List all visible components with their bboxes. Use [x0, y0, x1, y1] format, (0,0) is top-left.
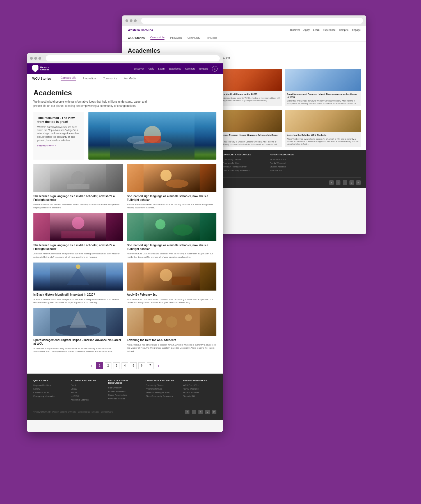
- nav-compete-back[interactable]: Comprte: [339, 29, 349, 31]
- article-card-8[interactable]: Lowering the Debt for WCU Students Alexa…: [127, 308, 216, 353]
- nav-discover-back[interactable]: Discover: [290, 29, 300, 31]
- nav-learn-back[interactable]: Learn: [313, 29, 319, 31]
- prev-page-button[interactable]: ‹: [88, 362, 95, 369]
- footer-emergency[interactable]: Emergency Information: [33, 395, 67, 397]
- footer-email[interactable]: Email: [71, 384, 104, 386]
- page-3-button[interactable]: 3: [113, 362, 120, 369]
- footer-bottom-front: © Copyright 2019 by Western Carolina Uni…: [33, 407, 216, 414]
- footer-student-accts[interactable]: Student Accounts: [183, 391, 216, 394]
- brand-front: WCU Stories: [32, 77, 51, 80]
- footer-maps[interactable]: Maps and facilities: [33, 384, 67, 386]
- site-nav-front: Western Carolina Discover Apply Learn Ex…: [27, 63, 223, 74]
- card-image-6: [285, 110, 361, 132]
- nav-compete-front[interactable]: Compete: [185, 67, 195, 70]
- article-card-1[interactable]: She learned sign language as a middle sc…: [33, 164, 123, 209]
- article-card-2[interactable]: She learned sign language as a middle sc…: [127, 164, 216, 209]
- facebook-icon-front[interactable]: f: [185, 410, 189, 414]
- footer-parent-tips[interactable]: WCU Parent Tips: [183, 384, 216, 386]
- page-4-button[interactable]: 4: [122, 362, 128, 369]
- footer-link-16[interactable]: Financial Aid: [270, 169, 313, 172]
- twitter-icon[interactable]: t: [343, 180, 347, 185]
- footer-link-15[interactable]: Student Accounts: [270, 165, 313, 168]
- footer-financial-aid[interactable]: Financial Aid: [183, 395, 216, 397]
- footer-community-classes[interactable]: Community Classes: [146, 384, 179, 386]
- twitter-icon-front[interactable]: t: [198, 410, 203, 414]
- footer-link-10[interactable]: Programs for Kids: [223, 162, 266, 164]
- footer-banner[interactable]: Banner: [71, 391, 104, 394]
- footer-academic-cal[interactable]: Academic Calendar: [71, 399, 104, 401]
- search-icon: ⌕: [214, 67, 216, 70]
- footer-col-student-front: Student Resources Email Library Banner m…: [71, 379, 104, 402]
- footer-link-13[interactable]: WCU Parent Tips: [270, 158, 313, 161]
- expand-dot: [134, 19, 137, 22]
- footer-link-9[interactable]: Community Classes: [223, 158, 266, 161]
- footer-mtn-heritage[interactable]: Mountain Heritage Center: [146, 391, 179, 394]
- linkedin-icon[interactable]: in: [356, 180, 361, 185]
- article-card-4[interactable]: She learned sign language as a middle sc…: [127, 213, 216, 258]
- footer-link-14[interactable]: Family Weekend: [270, 162, 313, 164]
- featured-link[interactable]: FIND OUT WHY ›: [37, 144, 80, 147]
- nav-apply-back[interactable]: Apply: [303, 29, 310, 31]
- tab-innovation-back[interactable]: Innovation: [170, 36, 182, 39]
- tab-campus-life-back[interactable]: Campus Life: [150, 36, 165, 40]
- logo-shield-front: [32, 65, 38, 72]
- instagram-icon-front[interactable]: i: [192, 410, 196, 414]
- youtube-icon-front[interactable]: y: [205, 410, 210, 414]
- youtube-icon[interactable]: y: [349, 180, 354, 185]
- footer-mywcu[interactable]: myWCU: [71, 395, 104, 397]
- tab-for-media-front[interactable]: For Media: [124, 77, 136, 80]
- svg-point-9: [161, 170, 172, 181]
- back-card-3[interactable]: Sport Management Program Helped Jimerson…: [285, 69, 361, 106]
- search-button-front[interactable]: ⌕: [212, 66, 218, 72]
- facebook-icon[interactable]: f: [329, 180, 334, 185]
- footer-univ-pol[interactable]: University Policies: [108, 397, 141, 400]
- tab-campus-life-front[interactable]: Campus Life: [61, 76, 76, 80]
- footer-link-11[interactable]: Mountain Heritage Center: [223, 165, 266, 168]
- footer-family-wknd[interactable]: Family Weekend: [183, 388, 216, 390]
- footer-other-community[interactable]: Other Community Resources: [146, 395, 179, 397]
- tab-for-media-back[interactable]: For Media: [206, 36, 217, 39]
- footer-programs-kids[interactable]: Programs for Kids: [146, 388, 179, 390]
- address-bar-back[interactable]: [141, 18, 363, 24]
- footer-it-help[interactable]: IT Help Resources: [108, 390, 141, 393]
- footer-careers[interactable]: Careers at WCU: [33, 391, 67, 394]
- footer-library2[interactable]: Library: [71, 388, 104, 390]
- article-image-5: [33, 263, 123, 291]
- tab-community-front[interactable]: Community: [103, 77, 117, 80]
- address-bar-front[interactable]: [46, 55, 220, 61]
- page-2-button[interactable]: 2: [105, 362, 111, 369]
- page-7-button[interactable]: 7: [147, 362, 154, 369]
- linkedin-icon-front[interactable]: in: [212, 410, 216, 414]
- article-card-5[interactable]: Is Black History Month still important i…: [33, 263, 123, 304]
- footer-col-parent-front: Parent Resources WCU Parent Tips Family …: [183, 379, 216, 402]
- tab-innovation-front[interactable]: Innovation: [83, 77, 96, 80]
- page-1-button[interactable]: 1: [96, 362, 103, 369]
- article-card-6[interactable]: Apply By February 1st Attention future C…: [127, 263, 216, 304]
- svg-rect-13: [61, 231, 95, 238]
- footer-staff-dir[interactable]: Staff Directory: [108, 386, 141, 389]
- page-6-button[interactable]: 6: [138, 362, 145, 369]
- back-card-6[interactable]: Lowering the Debt for WCU Students Alexa…: [285, 110, 361, 147]
- nav-discover-front[interactable]: Discover: [134, 67, 144, 70]
- article-grid-front: She learned sign language as a middle sc…: [27, 164, 223, 358]
- footer-link-12[interactable]: Other Community Resources: [223, 169, 266, 172]
- nav-experience-back[interactable]: Experience: [323, 29, 335, 31]
- card-title-6: Lowering the Debt for WCU Students: [287, 134, 359, 137]
- page-5-button[interactable]: 5: [130, 362, 137, 369]
- article-title-5: Is Black History Month still important i…: [33, 293, 123, 296]
- nav-engage-front[interactable]: Engage: [199, 67, 208, 70]
- instagram-icon[interactable]: i: [336, 180, 340, 185]
- footer-library[interactable]: Library: [33, 388, 67, 390]
- nav-experience-front[interactable]: Experience: [168, 67, 181, 70]
- nav-engage-back[interactable]: Engage: [352, 29, 361, 31]
- tab-community-back[interactable]: Community: [187, 36, 200, 39]
- svg-point-6: [71, 171, 85, 185]
- next-page-button[interactable]: ›: [155, 362, 162, 369]
- nav-apply-front[interactable]: Apply: [148, 67, 154, 70]
- featured-card[interactable]: Title reclaimed - The view from the top …: [33, 112, 84, 160]
- article-card-3[interactable]: She learned sign language as a middle sc…: [33, 213, 123, 258]
- nav-learn-front[interactable]: Learn: [158, 67, 164, 70]
- browser-toolbar-front: [27, 53, 223, 63]
- article-card-7[interactable]: Sport Management Program Helped Jimerson…: [33, 308, 123, 353]
- footer-space-res[interactable]: Space Reservations: [108, 394, 141, 396]
